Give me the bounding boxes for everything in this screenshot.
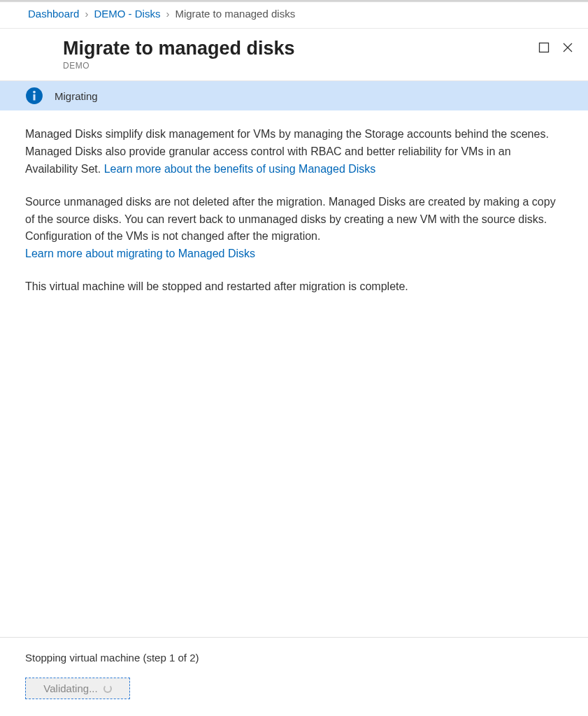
paragraph-restart-notice: This virtual machine will be stopped and… [25, 278, 563, 296]
breadcrumb-current: Migrate to managed disks [175, 8, 295, 20]
close-icon[interactable] [561, 41, 574, 54]
progress-status: Stopping virtual machine (step 1 of 2) [25, 652, 563, 664]
learn-more-migration-link[interactable]: Learn more about migrating to Managed Di… [25, 248, 255, 259]
paragraph-migration-text: Source unmanaged disks are not deleted a… [25, 196, 556, 243]
chevron-right-icon: › [166, 8, 169, 20]
svg-rect-0 [540, 43, 549, 52]
spinner-icon [103, 685, 112, 693]
svg-point-5 [33, 91, 36, 94]
validating-button: Validating... [25, 678, 130, 699]
chevron-right-icon: › [85, 8, 88, 20]
paragraph-migration: Source unmanaged disks are not deleted a… [25, 194, 563, 263]
maximize-icon[interactable] [538, 41, 550, 54]
banner-text: Migrating [55, 90, 98, 102]
paragraph-benefits: Managed Disks simplify disk management f… [25, 126, 563, 178]
validating-button-label: Validating... [43, 682, 97, 694]
header-actions [538, 37, 574, 54]
learn-more-benefits-link[interactable]: Learn more about the benefits of using M… [104, 163, 376, 175]
breadcrumb: Dashboard › DEMO - Disks › Migrate to ma… [0, 2, 588, 29]
breadcrumb-demo-disks[interactable]: DEMO - Disks [94, 8, 160, 20]
info-icon [25, 87, 43, 105]
status-banner: Migrating [0, 81, 588, 110]
page-header: Migrate to managed disks DEMO [0, 29, 588, 81]
page-subtitle: DEMO [63, 61, 295, 71]
page-title: Migrate to managed disks [63, 37, 295, 59]
main-content: Managed Disks simplify disk management f… [0, 110, 588, 637]
breadcrumb-dashboard[interactable]: Dashboard [28, 8, 79, 20]
svg-rect-4 [33, 94, 35, 101]
footer: Stopping virtual machine (step 1 of 2) V… [0, 637, 588, 716]
